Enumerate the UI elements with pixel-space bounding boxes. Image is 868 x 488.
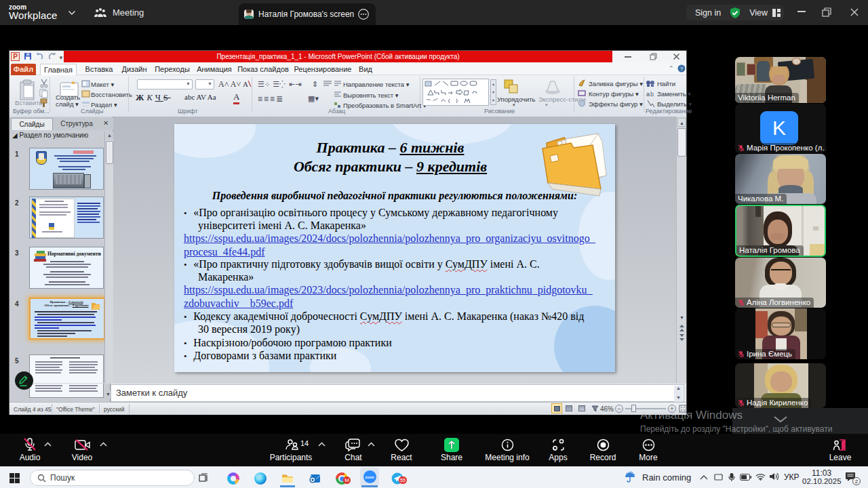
svg-text:b: b: [650, 91, 654, 98]
svg-text:?: ?: [680, 66, 684, 72]
svg-text:P: P: [13, 53, 18, 60]
svg-text:a: a: [646, 91, 650, 98]
svg-text:A: A: [243, 80, 248, 88]
